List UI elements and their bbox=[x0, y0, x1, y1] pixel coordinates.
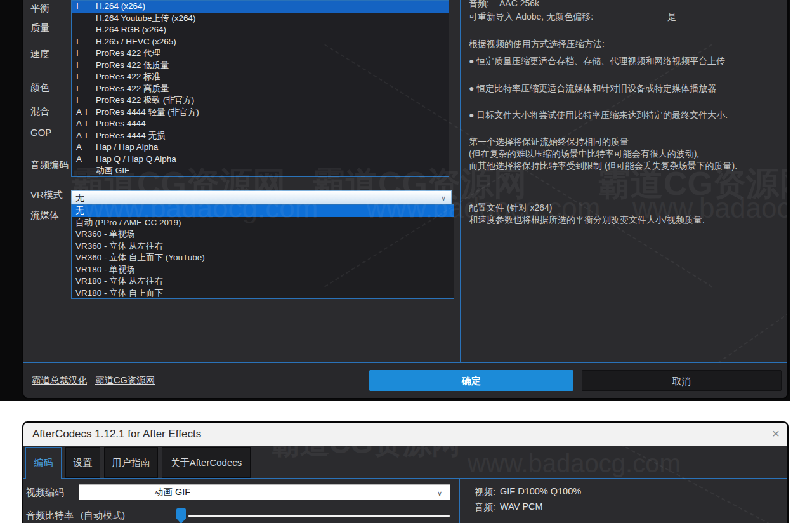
codec-option[interactable]: IProRes 422 极致 (非官方) bbox=[72, 95, 449, 107]
tab-encoding[interactable]: 编码 bbox=[25, 447, 62, 479]
codec-badge: I bbox=[76, 60, 79, 72]
info-bullet-3: ● 目标文件大小将尝试使用比特率压缩来达到特定的最终文件大小. bbox=[469, 110, 728, 121]
codec-badge: I bbox=[76, 48, 79, 60]
sidebar-item-quality[interactable]: 质量 bbox=[30, 22, 49, 34]
summary-video-label: 视频: bbox=[475, 486, 495, 498]
info-audio-line: 音频: AAC 256k bbox=[469, 0, 489, 10]
codec-option[interactable]: IProRes 422 标准 bbox=[72, 71, 449, 83]
codec-option[interactable]: AHap Q / Hap Q Alpha bbox=[72, 154, 449, 166]
codec-badge: I bbox=[76, 71, 79, 83]
summary-video-value: GIF D100% Q100% bbox=[500, 486, 581, 496]
vr-mode-value: 无 bbox=[75, 192, 84, 202]
vr-option[interactable]: VR360 - 单视场 bbox=[72, 228, 454, 241]
codec-dialog-window: 平衡 质量 速度 颜色 混合 GOP 音频编码 VR模式 流媒体 IH.264 … bbox=[22, 0, 789, 399]
window-title: AfterCodecs 1.12.1 for After Effects bbox=[32, 428, 201, 440]
sidebar-separator bbox=[26, 152, 71, 152]
vr-mode-dropdown-list: 无 自动 (PPro / AME CC 2019) VR360 - 单视场 VR… bbox=[71, 204, 454, 299]
site-credit-link[interactable]: 霸道CG资源网 bbox=[95, 374, 155, 387]
panel-divider bbox=[459, 479, 460, 523]
info-profile-2: 和速度参数也将根据所选的平衡分别改变文件大小/视频质量. bbox=[469, 215, 705, 226]
page: 平衡 质量 速度 颜色 混合 GOP 音频编码 VR模式 流媒体 IH.264 … bbox=[0, 0, 812, 523]
sidebar-item-streaming[interactable]: 流媒体 bbox=[30, 209, 59, 222]
codec-badge: A I bbox=[76, 107, 88, 119]
sidebar-item-speed[interactable]: 速度 bbox=[30, 48, 49, 60]
panel-divider bbox=[460, 0, 461, 362]
codec-option[interactable]: A IProRes 4444 bbox=[72, 118, 449, 130]
translator-credit-link[interactable]: 霸道总裁汉化 bbox=[32, 374, 87, 387]
codec-option[interactable]: IProRes 422 代理 bbox=[72, 48, 449, 60]
codec-option[interactable]: AHap / Hap Alpha bbox=[72, 142, 449, 154]
video-codec-combobox[interactable]: 动画 GIF ∨ bbox=[79, 484, 450, 500]
aftercodecs-main-window: AfterCodecs 1.12.1 for After Effects × 编… bbox=[22, 421, 789, 523]
codec-badge: A bbox=[76, 154, 82, 166]
codec-option[interactable]: H.264 RGB (x264) bbox=[72, 24, 449, 36]
codec-badge: I bbox=[76, 83, 79, 95]
codec-option[interactable]: IProRes 422 高质量 bbox=[72, 83, 449, 95]
cancel-button[interactable]: 取消 bbox=[582, 370, 782, 391]
close-icon[interactable]: × bbox=[772, 426, 780, 441]
info-profile-1: 配置文件 (针对 x264) bbox=[469, 202, 552, 214]
sidebar-item-color[interactable]: 颜色 bbox=[30, 82, 49, 94]
audio-bitrate-label: 音频比特率 bbox=[26, 510, 74, 522]
sidebar-item-balance[interactable]: 平衡 bbox=[30, 3, 49, 15]
tab-about[interactable]: 关于AfterCodecs bbox=[162, 447, 251, 478]
sidebar-item-gop[interactable]: GOP bbox=[30, 127, 51, 138]
dialog-footer: 霸道总裁汉化 霸道CG资源网 确定 取消 bbox=[23, 363, 787, 399]
codec-option[interactable]: IProRes 422 低质量 bbox=[72, 60, 449, 72]
codec-badge: A bbox=[76, 142, 82, 154]
codec-badge: I bbox=[76, 95, 79, 107]
title-bar[interactable]: AfterCodecs 1.12.1 for After Effects × bbox=[23, 423, 787, 446]
codec-option-selected[interactable]: IH.264 (x264) bbox=[72, 1, 449, 13]
codec-badge: I bbox=[76, 1, 79, 13]
tab-user-guide[interactable]: 用户指南 bbox=[104, 447, 158, 478]
chevron-down-icon: ∨ bbox=[437, 486, 442, 501]
video-codec-dropdown-list: IH.264 (x264) H.264 Youtube上传 (x264) H.2… bbox=[71, 0, 449, 177]
codec-option[interactable]: A IProRes 4444 轻量 (非官方) bbox=[72, 107, 449, 119]
info-reimport-value: 是 bbox=[667, 11, 676, 23]
codec-option[interactable]: H.264 Youtube上传 (x264) bbox=[72, 13, 449, 25]
summary-audio-label: 音频: bbox=[475, 501, 495, 513]
info-audio-value: AAC 256k bbox=[499, 0, 539, 8]
chevron-down-icon: ∨ bbox=[441, 192, 446, 204]
codec-dialog-backdrop: 平衡 质量 速度 颜色 混合 GOP 音频编码 VR模式 流媒体 IH.264 … bbox=[0, 0, 790, 401]
vr-option-selected[interactable]: 无 bbox=[72, 205, 454, 217]
vr-option[interactable]: VR360 - 立体 从左往右 bbox=[72, 241, 454, 253]
sidebar-item-vr-mode[interactable]: VR模式 bbox=[30, 189, 63, 201]
audio-bitrate-slider-handle[interactable] bbox=[176, 508, 186, 523]
vr-option[interactable]: VR180 - 单视场 bbox=[72, 264, 454, 276]
summary-audio-value: WAV PCM bbox=[500, 501, 543, 512]
audio-bitrate-slider-track[interactable] bbox=[188, 515, 450, 517]
watermark-url: www.badaocg.com bbox=[468, 449, 681, 478]
info-bullet-2: ● 恒定比特率压缩更适合流媒体和针对旧设备或特定媒体播放器 bbox=[469, 83, 716, 95]
video-codec-label: 视频编码 bbox=[26, 487, 64, 499]
video-codec-value: 动画 GIF bbox=[154, 487, 190, 497]
info-para-3: 而其他选择将保持比特率受到限制 (但可能会丢失复杂场景下的质量). bbox=[469, 161, 737, 172]
info-reimport-line: 可重新导入 Adobe, 无颜色偏移: 是 bbox=[469, 11, 593, 23]
codec-option[interactable]: A IProRes 4444 无损 bbox=[72, 130, 449, 142]
codec-badge: A I bbox=[76, 130, 88, 142]
tab-settings[interactable]: 设置 bbox=[65, 447, 100, 478]
codec-option[interactable]: IH.265 / HEVC (x265) bbox=[72, 36, 449, 48]
ok-button[interactable]: 确定 bbox=[369, 370, 573, 391]
codec-badge: I bbox=[76, 36, 79, 48]
info-para-2: (但在复杂的难以压缩的场景中比特率可能会有很大的波动), bbox=[469, 149, 699, 160]
vr-option[interactable]: 自动 (PPro / AME CC 2019) bbox=[72, 217, 454, 229]
info-heading: 根据视频的使用方式选择压缩方法: bbox=[469, 39, 605, 50]
codec-badge: A I bbox=[76, 118, 88, 130]
vr-option[interactable]: VR360 - 立体 自上而下 (YouTube) bbox=[72, 252, 454, 264]
sidebar-item-audio-codec[interactable]: 音频编码 bbox=[30, 159, 69, 171]
vr-mode-combobox[interactable]: 无 ∨ bbox=[71, 190, 452, 204]
vr-option[interactable]: VR180 - 立体 从左往右 bbox=[72, 275, 454, 288]
info-para-1: 第一个选择将保证流始终保持相同的质量 bbox=[469, 136, 629, 148]
sidebar-item-muxing[interactable]: 混合 bbox=[30, 105, 49, 117]
vr-option[interactable]: VR180 - 立体 自上而下 bbox=[72, 288, 454, 300]
codec-option[interactable]: 动画 GIF bbox=[72, 165, 449, 177]
tab-underline bbox=[23, 478, 787, 479]
audio-bitrate-mode: (自动模式) bbox=[81, 510, 125, 522]
info-bullet-1: ● 恒定质量压缩更适合存档、存储、代理视频和网络视频平台上传 bbox=[469, 56, 725, 67]
